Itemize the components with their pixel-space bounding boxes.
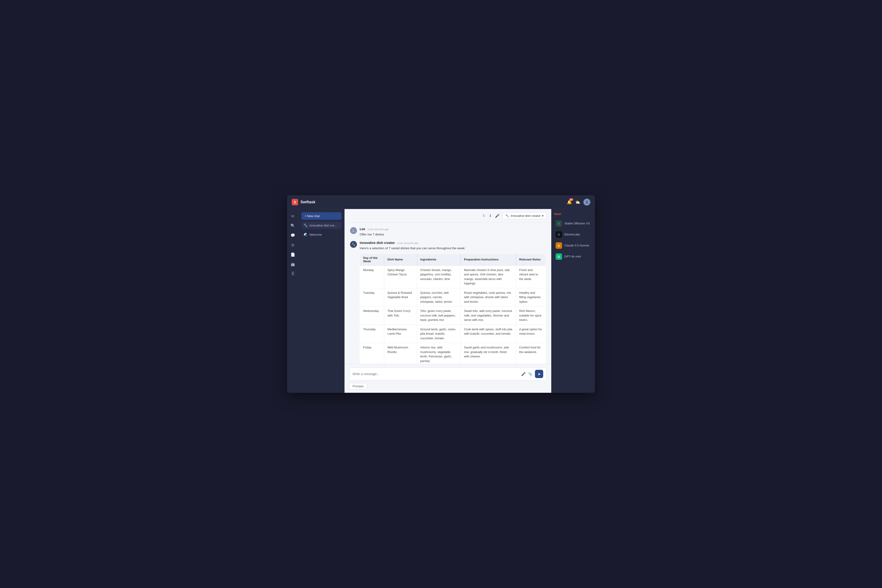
bot-message-time: a few seconds ago xyxy=(397,242,418,244)
table-cell-instructions: Cook lamb with spices, stuff into pita w… xyxy=(461,324,516,343)
logo-icon: S xyxy=(292,199,298,206)
database-nav-button[interactable]: 🗄 xyxy=(289,270,297,278)
chat-area: ↻ ⬇ 🎤 🔧 Innovative dish creator ▾ L xyxy=(345,209,551,393)
send-button[interactable]: ➤ xyxy=(535,370,543,378)
chat-header-actions: ↻ ⬇ 🎤 xyxy=(483,214,500,218)
table-cell-instructions: Sauté garlic and mushrooms, add rice, gr… xyxy=(461,343,516,364)
dish-table: Day of the Week Dish Name Ingredients Pr… xyxy=(360,254,546,364)
table-row: Thursday Mediterranean Lamb Pita Ground … xyxy=(360,324,546,343)
title-bar: S Swiftask 🔔 54 ⛅ 👤 xyxy=(287,195,595,209)
prompts-button[interactable]: Prompts xyxy=(349,383,367,390)
table-cell-notes: Healthy and filling vegetarian option. xyxy=(516,288,546,306)
model-name: Innovative dish creator xyxy=(511,214,541,218)
ai-service-name: ElevenLabs xyxy=(564,232,580,237)
table-header-ingredients: Ingredients xyxy=(417,254,461,265)
table-cell-notes: Fresh and vibrant start to the week. xyxy=(516,265,546,288)
user-avatar[interactable]: 👤 xyxy=(584,199,590,206)
notification-bell-icon[interactable]: 🔔 54 xyxy=(567,200,572,205)
chat-item-welcome-icon: 🌊 xyxy=(304,232,308,236)
mic-button[interactable]: 🎤 xyxy=(521,372,526,376)
new-badge: New! xyxy=(554,212,592,216)
model-selector[interactable]: 🔧 Innovative dish creator ▾ xyxy=(502,212,547,219)
table-cell-instructions: Roast vegetables, cook quinoa, mix with … xyxy=(461,288,516,306)
bot-message-intro: Here's a selection of 7 varied dishes th… xyxy=(360,246,546,250)
bot-message-row: 🔧 Innovative dish creator a few seconds … xyxy=(350,241,546,364)
table-cell-day: Wednesday xyxy=(360,306,384,325)
notification-badge: 54 xyxy=(569,198,573,201)
table-cell-ingredients: Chicken breast, mango, jalapeños, corn t… xyxy=(417,265,461,288)
chat-item-icon: 🔧 xyxy=(304,224,308,227)
user-message-avatar: L xyxy=(350,227,357,234)
chat-item-innovative[interactable]: 🔧 Innovative dish cre... xyxy=(302,222,342,229)
sidebar-icons: ≪ 🔍 💬 ⊞ 📄 🤖 🗄 xyxy=(287,209,298,393)
weather-icon[interactable]: ⛅ xyxy=(575,200,580,205)
table-cell-notes: A great option for meat lovers. xyxy=(516,324,546,343)
chat-item-label: Innovative dish cre... xyxy=(309,224,339,227)
document-nav-button[interactable]: 📄 xyxy=(289,250,297,259)
attach-button[interactable]: 📎 xyxy=(528,372,532,376)
user-message-row: L Lee a few seconds ago Offer me 7 dishe… xyxy=(350,227,546,237)
table-cell-ingredients: Ground lamb, garlic, onion, pita bread, … xyxy=(417,324,461,343)
table-row: Friday Wild Mushroom Risotto Arborio ric… xyxy=(360,343,546,364)
table-header-day: Day of the Week xyxy=(360,254,384,265)
user-message-header: Lee a few seconds ago xyxy=(360,227,546,231)
messages-area: L Lee a few seconds ago Offer me 7 dishe… xyxy=(345,223,551,364)
chat-header: ↻ ⬇ 🎤 🔧 Innovative dish creator ▾ xyxy=(345,209,551,223)
table-row: Wednesday Thai Green Curry with Tofu Tof… xyxy=(360,306,546,325)
bot-message-content: Innovative dish creator a few seconds ag… xyxy=(360,241,546,364)
chat-nav-button[interactable]: 💬 xyxy=(289,231,297,239)
table-cell-ingredients: Tofu, green curry paste, coconut milk, b… xyxy=(417,306,461,325)
ai-service-item[interactable]: A Claude 3.5 Sonnet xyxy=(554,240,592,250)
table-cell-day: Monday xyxy=(360,265,384,288)
table-cell-dish: Thai Green Curry with Tofu xyxy=(384,306,417,325)
table-cell-dish: Wild Mushroom Risotto xyxy=(384,343,417,364)
search-button[interactable]: 🔍 xyxy=(289,221,297,230)
model-icon: 🔧 xyxy=(506,214,509,218)
app-window: S Swiftask 🔔 54 ⛅ 👤 ≪ 🔍 💬 ⊞ 📄 🤖 🗄 + New … xyxy=(287,195,595,393)
table-cell-dish: Mediterranean Lamb Pita xyxy=(384,324,417,343)
user-message-content: Lee a few seconds ago Offer me 7 dishes xyxy=(360,227,546,237)
bot-message-header: Innovative dish creator a few seconds ag… xyxy=(360,241,546,244)
table-cell-dish: Quinoa & Roasted Vegetable Bowl xyxy=(384,288,417,306)
input-action-icons: 🎤 📎 ➤ xyxy=(521,370,543,378)
table-cell-notes: Comfort food for the weekend. xyxy=(516,343,546,364)
ai-service-item[interactable]: S Stable Diffusion V3 xyxy=(554,218,592,228)
input-area: 🎤 📎 ➤ Prompts xyxy=(345,364,551,393)
table-cell-instructions: Sauté tofu, add curry paste, coconut mil… xyxy=(461,306,516,325)
sidebar-chat-list: + New chat 🔧 Innovative dish cre... 🌊 We… xyxy=(298,209,345,393)
table-cell-day: Friday xyxy=(360,343,384,364)
ai-service-name: Stable Diffusion V3 xyxy=(564,222,590,225)
message-input-wrapper: 🎤 📎 ➤ xyxy=(349,367,547,381)
main-layout: ≪ 🔍 💬 ⊞ 📄 🤖 🗄 + New chat 🔧 Innovative di… xyxy=(287,209,595,393)
table-cell-day: Tuesday xyxy=(360,288,384,306)
message-input[interactable] xyxy=(352,372,519,376)
app-title: Swiftask xyxy=(300,200,315,204)
table-cell-dish: Spicy Mango Chicken Tacos xyxy=(384,265,417,288)
chevron-down-icon: ▾ xyxy=(542,214,544,218)
table-cell-ingredients: Quinoa, zucchini, bell peppers, carrots,… xyxy=(417,288,461,306)
ai-service-name: GPT-4o mini xyxy=(564,255,581,259)
table-header-instructions: Preparation Instructions xyxy=(461,254,516,265)
table-cell-instructions: Marinate chicken in lime juice, salt, an… xyxy=(461,265,516,288)
grid-nav-button[interactable]: ⊞ xyxy=(289,241,297,249)
microphone-icon[interactable]: 🎤 xyxy=(495,214,500,218)
new-chat-button[interactable]: + New chat xyxy=(302,212,342,220)
chat-item-welcome[interactable]: 🌊 Welcome xyxy=(302,231,342,238)
bot-message-avatar: 🔧 xyxy=(350,241,357,248)
title-bar-logo: S Swiftask xyxy=(292,199,315,206)
ai-service-name: Claude 3.5 Sonnet xyxy=(564,244,589,248)
table-cell-ingredients: Arborio rice, wild mushrooms, vegetable … xyxy=(417,343,461,364)
table-row: Tuesday Quinoa & Roasted Vegetable Bowl … xyxy=(360,288,546,306)
ai-service-item[interactable]: G GPT-4o mini xyxy=(554,252,592,262)
title-bar-actions: 🔔 54 ⛅ 👤 xyxy=(567,199,590,206)
table-cell-day: Thursday xyxy=(360,324,384,343)
ai-service-item[interactable]: 11 ElevenLabs xyxy=(554,230,592,240)
robot-nav-button[interactable]: 🤖 xyxy=(289,260,297,268)
table-header-notes: Relevant Notes xyxy=(516,254,546,265)
ai-services-list: S Stable Diffusion V3 11 ElevenLabs A Cl… xyxy=(554,218,592,262)
table-row: Monday Spicy Mango Chicken Tacos Chicken… xyxy=(360,265,546,288)
collapse-sidebar-button[interactable]: ≪ xyxy=(289,212,297,220)
refresh-button[interactable]: ↻ xyxy=(483,214,486,218)
user-message-text: Offer me 7 dishes xyxy=(360,232,546,237)
download-button[interactable]: ⬇ xyxy=(489,214,492,218)
